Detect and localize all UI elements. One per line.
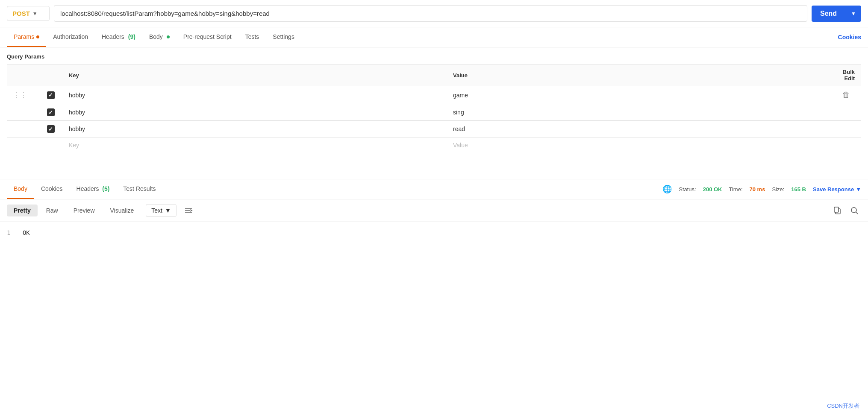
copy-icon (833, 206, 842, 215)
send-button-label: Send (812, 10, 845, 18)
cookies-link[interactable]: Cookies (838, 28, 861, 47)
response-body-label: Body (14, 185, 27, 192)
response-tab-headers[interactable]: Headers (5) (70, 179, 117, 199)
key-placeholder: Key (69, 142, 79, 149)
drag-handle[interactable] (7, 121, 39, 137)
right-icons (830, 204, 861, 217)
response-tabs: Body Cookies Headers (5) Test Results 🌐 … (0, 179, 868, 199)
query-params-title: Query Params (7, 53, 861, 60)
row2-value[interactable]: sing (447, 104, 831, 121)
response-tab-cookies[interactable]: Cookies (34, 179, 70, 199)
row2-checkbox-cell: ✓ (39, 104, 63, 121)
search-icon (850, 206, 859, 215)
row4-checkbox-cell (39, 137, 63, 153)
tab-params-label: Params (14, 33, 34, 40)
format-bar: Pretty Raw Preview Visualize Text ▼ (0, 199, 868, 222)
response-tab-test-results[interactable]: Test Results (116, 179, 162, 199)
delete-icon[interactable]: 🗑 (842, 91, 850, 99)
size-value: 165 B (791, 186, 806, 193)
body-dot (167, 35, 170, 38)
col-check-header (39, 64, 63, 86)
checkmark-icon: ✓ (48, 126, 53, 132)
response-headers-badge: (5) (100, 185, 109, 192)
tab-pre-request-label: Pre-request Script (183, 33, 232, 40)
params-dot (36, 35, 39, 38)
tab-pre-request-script[interactable]: Pre-request Script (177, 27, 238, 47)
response-cookies-label: Cookies (41, 185, 63, 192)
response-content: OK (23, 229, 30, 236)
query-params-section: Query Params Key Value Bulk Edit ⋮⋮ ✓ (0, 47, 868, 153)
cookies-link-label: Cookies (838, 34, 861, 41)
response-test-results-label: Test Results (123, 185, 156, 192)
row4-value-placeholder[interactable]: Value (447, 137, 831, 153)
table-row: Key Value (7, 137, 861, 153)
line-number: 1 (7, 229, 10, 236)
tab-authorization[interactable]: Authorization (46, 27, 95, 47)
row1-key[interactable]: hobby (63, 86, 447, 104)
method-select[interactable]: POST ▼ (7, 6, 50, 21)
row3-value[interactable]: read (447, 121, 831, 137)
request-tabs: Params Authorization Headers (9) Body Pr… (0, 27, 868, 47)
response-body-content: 1 OK (0, 222, 868, 243)
wrap-icon-button[interactable] (182, 204, 195, 217)
tab-settings[interactable]: Settings (266, 27, 301, 47)
tab-tests-label: Tests (245, 33, 259, 40)
row1-delete-cell: 🗑 (831, 86, 861, 104)
size-label: Size: (772, 186, 784, 193)
response-section: Body Cookies Headers (5) Test Results 🌐 … (0, 179, 868, 243)
table-row: ⋮⋮ ✓ hobby game 🗑 (7, 86, 861, 104)
wrap-lines-icon (184, 206, 193, 215)
method-chevron-icon: ▼ (32, 11, 38, 17)
row4-key-placeholder[interactable]: Key (63, 137, 447, 153)
drag-handle (7, 137, 39, 153)
visualize-button[interactable]: Visualize (103, 205, 141, 216)
status-label: Status: (679, 186, 696, 193)
text-format-label: Text (151, 207, 162, 214)
tab-headers-label: Headers (102, 33, 124, 40)
row3-checkbox-cell: ✓ (39, 121, 63, 137)
tab-settings-label: Settings (273, 33, 294, 40)
raw-button[interactable]: Raw (39, 205, 65, 216)
tab-params[interactable]: Params (7, 27, 46, 47)
drag-handle[interactable]: ⋮⋮ (7, 86, 39, 104)
url-input[interactable] (54, 5, 807, 22)
drag-handle[interactable] (7, 104, 39, 121)
params-table: Key Value Bulk Edit ⋮⋮ ✓ hobby game (7, 64, 861, 153)
time-value: 70 ms (750, 186, 765, 193)
row2-delete-cell (831, 104, 861, 121)
col-bulk-header[interactable]: Bulk Edit (831, 64, 861, 86)
save-response-label: Save Response (813, 186, 854, 193)
response-meta: 🌐 Status: 200 OK Time: 70 ms Size: 165 B… (662, 184, 861, 194)
tab-body[interactable]: Body (142, 27, 177, 47)
row1-value[interactable]: game (447, 86, 831, 104)
save-response-button[interactable]: Save Response ▼ (813, 186, 861, 193)
tab-headers[interactable]: Headers (9) (95, 27, 142, 47)
response-tab-body[interactable]: Body (7, 179, 34, 199)
send-button-chevron-icon[interactable]: ▼ (846, 11, 861, 17)
top-bar: POST ▼ Send ▼ (0, 0, 868, 27)
checkmark-icon: ✓ (48, 109, 53, 116)
tab-tests[interactable]: Tests (238, 27, 266, 47)
text-format-dropdown[interactable]: Text ▼ (146, 204, 177, 217)
time-label: Time: (729, 186, 743, 193)
col-value-header: Value (447, 64, 831, 86)
method-label: POST (12, 10, 30, 17)
row3-key[interactable]: hobby (63, 121, 447, 137)
preview-button[interactable]: Preview (67, 205, 102, 216)
row1-checkbox[interactable]: ✓ (47, 91, 55, 99)
drag-icon: ⋮⋮ (13, 91, 27, 99)
pretty-button[interactable]: Pretty (7, 205, 38, 216)
text-format-chevron-icon: ▼ (165, 207, 171, 214)
row4-delete-cell (831, 137, 861, 153)
search-button[interactable] (847, 204, 861, 217)
send-button[interactable]: Send ▼ (812, 6, 861, 22)
col-drag-header (7, 64, 39, 86)
row2-checkbox[interactable]: ✓ (47, 108, 55, 116)
globe-icon: 🌐 (662, 184, 672, 194)
copy-button[interactable] (830, 204, 844, 217)
row1-checkbox-cell: ✓ (39, 86, 63, 104)
row2-key[interactable]: hobby (63, 104, 447, 121)
save-response-chevron-icon: ▼ (856, 186, 861, 193)
col-key-header: Key (63, 64, 447, 86)
row3-checkbox[interactable]: ✓ (47, 125, 55, 133)
